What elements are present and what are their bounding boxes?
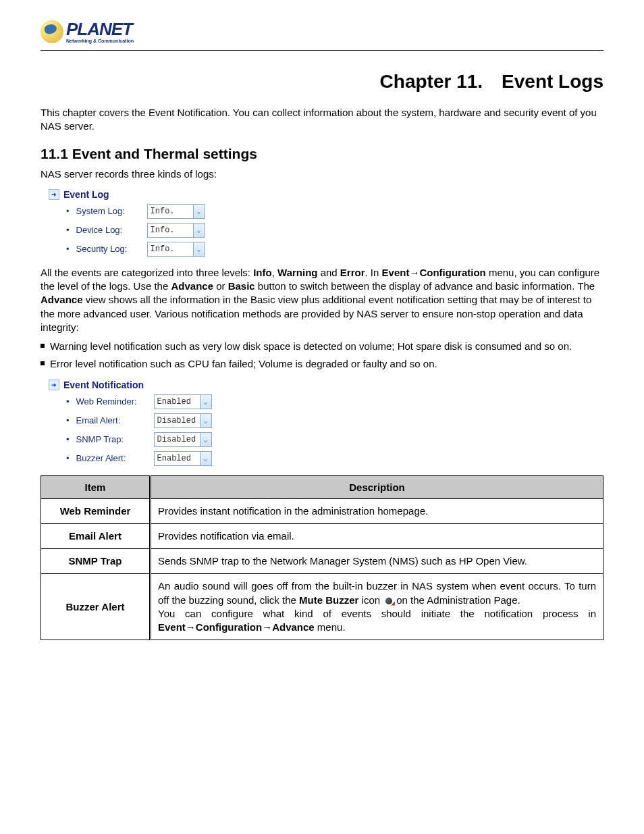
logo-main-text: PLANET xyxy=(66,20,134,38)
event-notification-panel: ➜ Event Notification Web Reminder: Enabl… xyxy=(49,380,238,466)
cell-item: SNMP Trap xyxy=(41,549,151,574)
device-log-label: Device Log: xyxy=(76,225,147,235)
bullet-error: Error level notification such as CPU fan… xyxy=(41,357,603,371)
security-log-label: Security Log: xyxy=(76,244,147,254)
arrow-box-icon: ➜ xyxy=(49,380,59,390)
event-log-panel-title: ➜ Event Log xyxy=(49,189,224,200)
chapter-name: Event Logs xyxy=(502,71,603,92)
table-row: Email Alert Provides notification via em… xyxy=(41,523,603,548)
cell-desc: Provides notification via email. xyxy=(151,523,603,548)
security-log-row: Security Log: Info. ⌄ xyxy=(76,242,224,257)
web-reminder-select[interactable]: Enabled ⌄ xyxy=(154,394,212,409)
chevron-down-icon: ⌄ xyxy=(193,224,205,237)
email-alert-value: Disabled xyxy=(155,416,200,425)
device-log-value: Info. xyxy=(148,226,193,235)
chapter-prefix: Chapter 11. xyxy=(380,71,483,92)
page: PLANET Networking & Communication Chapte… xyxy=(0,0,644,694)
logo-globe-icon xyxy=(41,20,63,43)
cell-desc: Sends SNMP trap to the Network Manager S… xyxy=(151,549,603,574)
table-row: SNMP Trap Sends SNMP trap to the Network… xyxy=(41,549,603,574)
system-log-select[interactable]: Info. ⌄ xyxy=(147,204,205,219)
system-log-label: System Log: xyxy=(76,206,147,216)
device-log-select[interactable]: Info. ⌄ xyxy=(147,223,205,238)
levels-paragraph: All the events are categorized into thre… xyxy=(41,266,603,334)
snmp-trap-row: SNMP Trap: Disabled ⌄ xyxy=(76,432,238,447)
event-notification-panel-title: ➜ Event Notification xyxy=(49,380,238,390)
table-row: Web Reminder Provides instant notificati… xyxy=(41,498,603,523)
security-log-select[interactable]: Info. ⌄ xyxy=(147,242,205,257)
email-alert-label: Email Alert: xyxy=(76,415,154,425)
chevron-down-icon: ⌄ xyxy=(200,452,211,465)
system-log-row: System Log: Info. ⌄ xyxy=(76,204,224,219)
system-log-value: Info. xyxy=(148,207,193,216)
chevron-down-icon: ⌄ xyxy=(193,205,205,218)
chevron-down-icon: ⌄ xyxy=(200,395,211,409)
chapter-title: Chapter 11.Event Logs xyxy=(41,71,603,93)
buzzer-alert-value: Enabled xyxy=(155,454,200,463)
snmp-trap-label: SNMP Trap: xyxy=(76,434,154,444)
page-header: PLANET Networking & Communication xyxy=(41,20,603,51)
description-table: Item Description Web Reminder Provides i… xyxy=(41,475,603,641)
cell-item: Buzzer Alert xyxy=(41,574,151,640)
security-log-value: Info. xyxy=(148,244,193,254)
device-log-row: Device Log: Info. ⌄ xyxy=(76,223,224,238)
cell-item: Email Alert xyxy=(41,523,151,548)
event-log-title-text: Event Log xyxy=(63,189,109,200)
mute-buzzer-icon xyxy=(384,596,395,606)
web-reminder-value: Enabled xyxy=(155,397,200,407)
th-item: Item xyxy=(41,475,151,498)
cell-desc-buzzer: An audio sound will goes off from the bu… xyxy=(151,574,603,640)
buzzer-alert-label: Buzzer Alert: xyxy=(76,453,154,463)
web-reminder-row: Web Reminder: Enabled ⌄ xyxy=(76,394,238,409)
arrow-box-icon: ➜ xyxy=(49,189,59,200)
web-reminder-label: Web Reminder: xyxy=(76,396,154,407)
cell-item: Web Reminder xyxy=(41,498,151,523)
logo: PLANET Networking & Communication xyxy=(41,20,603,43)
chevron-down-icon: ⌄ xyxy=(193,242,205,256)
logo-sub-text: Networking & Communication xyxy=(66,38,134,43)
event-notification-title-text: Event Notification xyxy=(63,380,144,390)
intro-paragraph: This chapter covers the Event Notificati… xyxy=(41,106,603,134)
bullet-warning: Warning level notification such as very … xyxy=(41,340,603,353)
buzzer-alert-select[interactable]: Enabled ⌄ xyxy=(154,451,212,466)
snmp-trap-value: Disabled xyxy=(155,435,200,444)
chevron-down-icon: ⌄ xyxy=(200,433,211,446)
chevron-down-icon: ⌄ xyxy=(200,414,211,427)
cell-desc: Provides instant notification in the adm… xyxy=(151,498,603,523)
section-11-1-intro: NAS server records three kinds of logs: xyxy=(41,167,603,181)
event-log-panel: ➜ Event Log System Log: Info. ⌄ Device L… xyxy=(49,189,224,257)
th-description: Description xyxy=(151,475,603,498)
email-alert-row: Email Alert: Disabled ⌄ xyxy=(76,413,238,428)
table-row: Buzzer Alert An audio sound will goes of… xyxy=(41,574,603,640)
snmp-trap-select[interactable]: Disabled ⌄ xyxy=(154,432,212,447)
email-alert-select[interactable]: Disabled ⌄ xyxy=(154,413,212,428)
buzzer-alert-row: Buzzer Alert: Enabled ⌄ xyxy=(76,451,238,466)
section-11-1-title: 11.1 Event and Thermal settings xyxy=(41,146,603,162)
